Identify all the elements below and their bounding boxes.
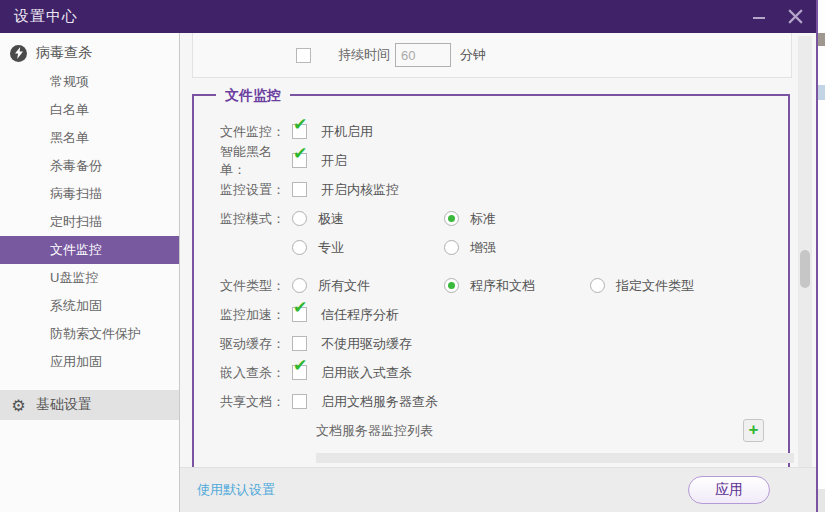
gear-icon: ⚙ <box>10 397 27 414</box>
server-list-box-partial <box>316 453 794 463</box>
titlebar: 设置中心 <box>0 0 816 33</box>
row-monitor-mode-1: 监控模式： 极速 标准 <box>220 204 788 233</box>
section-legend: 文件监控 <box>216 87 290 104</box>
sidebar-item-whitelist[interactable]: 白名单 <box>0 96 179 124</box>
close-icon <box>787 8 804 25</box>
radio-mode-standard[interactable] <box>444 211 459 226</box>
close-button[interactable] <box>784 6 806 28</box>
row-driver-cache: 驱动缓存： 不使用驱动缓存 <box>220 329 788 358</box>
scrollbar[interactable] <box>798 36 812 467</box>
file-monitor-checkbox[interactable]: ✔ <box>292 124 307 139</box>
background-window-sliver <box>818 0 825 512</box>
sidebar-item-blacklist[interactable]: 黑名单 <box>0 124 179 152</box>
duration-unit: 分钟 <box>460 46 486 64</box>
trusted-program-checkbox[interactable]: ✔ <box>292 307 307 322</box>
row-shared-docs: 共享文档： 启用文档服务器查杀 <box>220 387 788 416</box>
minimize-button[interactable] <box>748 6 770 28</box>
settings-window: 设置中心 病毒查杀 常规项 白名单 <box>0 0 818 512</box>
row-monitor-mode-2: 专业 增强 <box>220 233 788 262</box>
radio-mode-enhanced[interactable] <box>444 240 459 255</box>
minimize-icon <box>751 9 767 25</box>
smart-blacklist-checkbox[interactable]: ✔ <box>292 153 307 168</box>
window-controls <box>748 6 806 28</box>
radio-mode-professional[interactable] <box>292 240 307 255</box>
sidebar-group-label: 病毒查杀 <box>36 44 92 62</box>
check-icon: ✔ <box>293 357 307 374</box>
sidebar-item-general[interactable]: 常规项 <box>0 68 179 96</box>
screen: 设置中心 病毒查杀 常规项 白名单 <box>0 0 825 512</box>
settings-scroll-area: 持续时间 分钟 文件监控 文件监控： ✔ 开机启用 智能黑名单： <box>180 33 816 467</box>
duration-checkbox[interactable] <box>296 48 311 63</box>
footer: 使用默认设置 应用 <box>180 467 816 512</box>
background-text-fragment <box>818 33 825 46</box>
row-file-monitor: 文件监控： ✔ 开机启用 <box>220 117 788 146</box>
row-file-type: 文件类型： 所有文件 程序和文档 指定文件类型 <box>220 271 788 300</box>
background-blue-block <box>818 85 825 100</box>
duration-label: 持续时间 <box>338 46 390 64</box>
radio-mode-fast[interactable] <box>292 211 307 226</box>
row-monitor-accel: 监控加速： ✔ 信任程序分析 <box>220 300 788 329</box>
doc-server-scan-checkbox[interactable] <box>292 394 307 409</box>
row-smart-blacklist: 智能黑名单： ✔ 开启 <box>220 146 788 175</box>
file-monitor-section: 文件监控 文件监控： ✔ 开机启用 智能黑名单： ✔ 开启 监控设置 <box>192 94 790 467</box>
window-title: 设置中心 <box>14 7 78 26</box>
sidebar-item-file-monitor[interactable]: 文件监控 <box>0 236 179 264</box>
add-server-button[interactable]: + <box>743 419 764 442</box>
sidebar-group-label: 基础设置 <box>36 396 92 414</box>
kernel-monitor-checkbox[interactable] <box>292 182 307 197</box>
bolt-circle-icon <box>10 45 27 62</box>
radio-type-programs-docs[interactable] <box>444 278 459 293</box>
check-icon: ✔ <box>293 116 307 133</box>
sidebar-group-virus-scan[interactable]: 病毒查杀 <box>0 38 179 68</box>
check-icon: ✔ <box>293 299 307 316</box>
sidebar-item-app-hardening[interactable]: 应用加固 <box>0 348 179 376</box>
radio-type-specified[interactable] <box>590 278 605 293</box>
previous-section-partial: 持续时间 分钟 <box>192 33 792 78</box>
embedded-scan-checkbox[interactable]: ✔ <box>292 365 307 380</box>
sidebar-item-scheduled-scan[interactable]: 定时扫描 <box>0 208 179 236</box>
window-body: 病毒查杀 常规项 白名单 黑名单 杀毒备份 病毒扫描 定时扫描 文件监控 U盘监… <box>0 33 816 512</box>
scrollbar-thumb[interactable] <box>800 250 810 288</box>
check-icon: ✔ <box>293 145 307 162</box>
content: 持续时间 分钟 文件监控 文件监控： ✔ 开机启用 智能黑名单： <box>180 33 816 512</box>
apply-button[interactable]: 应用 <box>688 476 770 504</box>
radio-type-all-files[interactable] <box>292 278 307 293</box>
server-list-row: 文档服务器监控列表 + <box>220 416 788 445</box>
driver-cache-checkbox[interactable] <box>292 336 307 351</box>
sidebar: 病毒查杀 常规项 白名单 黑名单 杀毒备份 病毒扫描 定时扫描 文件监控 U盘监… <box>0 33 180 512</box>
row-monitor-settings: 监控设置： 开启内核监控 <box>220 175 788 204</box>
sidebar-item-usb-monitor[interactable]: U盘监控 <box>0 264 179 292</box>
duration-input[interactable] <box>395 43 451 67</box>
server-list-label: 文档服务器监控列表 <box>316 422 433 440</box>
row-embedded-scan: 嵌入查杀： ✔ 启用嵌入式查杀 <box>220 358 788 387</box>
sidebar-group-basic-settings[interactable]: ⚙ 基础设置 <box>0 390 179 420</box>
sidebar-item-av-backup[interactable]: 杀毒备份 <box>0 152 179 180</box>
sidebar-item-system-hardening[interactable]: 系统加固 <box>0 292 179 320</box>
background-gray-block <box>818 489 825 512</box>
use-default-settings-link[interactable]: 使用默认设置 <box>197 481 275 499</box>
sidebar-item-ransomware-protection[interactable]: 防勒索文件保护 <box>0 320 179 348</box>
sidebar-item-virus-scan[interactable]: 病毒扫描 <box>0 180 179 208</box>
plus-icon: + <box>749 420 759 439</box>
